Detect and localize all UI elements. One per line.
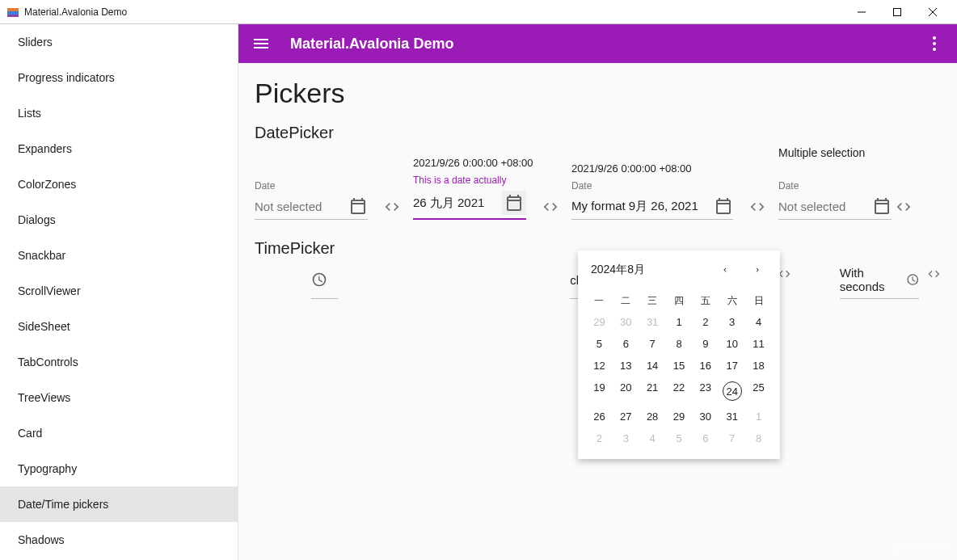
sidebar-item[interactable]: Dialogs: [0, 202, 238, 238]
sidebar[interactable]: SlidersProgress indicatorsListsExpanders…: [0, 24, 238, 560]
calendar-day[interactable]: 15: [666, 355, 693, 377]
calendar-popup: 2024年8月 一二三四五六日2930311234567891011121314…: [578, 251, 780, 459]
calendar-day[interactable]: 11: [745, 333, 772, 355]
timepicker-1[interactable]: [311, 266, 338, 299]
clock-icon: [906, 272, 919, 288]
calendar-dow: 五: [692, 291, 719, 311]
calendar-day[interactable]: 2: [586, 427, 613, 449]
minimize-button[interactable]: [844, 0, 879, 24]
datepicker-4-field[interactable]: Not selected: [778, 193, 892, 220]
calendar-day[interactable]: 6: [613, 333, 639, 355]
calendar-next-button[interactable]: [748, 260, 767, 280]
titlebar: Material.Avalonia Demo: [0, 0, 957, 24]
sidebar-item[interactable]: Sliders: [0, 24, 238, 60]
calendar-day[interactable]: 30: [692, 406, 719, 427]
calendar-day[interactable]: 1: [666, 311, 693, 333]
body: SlidersProgress indicatorsListsExpanders…: [0, 24, 957, 560]
calendar-day[interactable]: 30: [613, 311, 639, 333]
calendar-day[interactable]: 9: [692, 333, 719, 355]
calendar-day[interactable]: 29: [586, 311, 613, 333]
calendar-day[interactable]: 5: [586, 333, 613, 355]
datepicker-2-field[interactable]: 26 九月 2021: [413, 187, 526, 220]
datepicker-heading: DatePicker: [255, 124, 941, 142]
datepicker-3-label: Date: [571, 180, 733, 192]
calendar-day[interactable]: 24: [719, 377, 745, 406]
calendar-day[interactable]: 31: [639, 311, 666, 333]
calendar-dow: 二: [613, 291, 639, 311]
main: Material.Avalonia Demo Pickers DatePicke…: [238, 24, 957, 560]
window: Material.Avalonia Demo SlidersProgress i…: [0, 0, 957, 560]
calendar-day[interactable]: 29: [666, 406, 693, 427]
calendar-day[interactable]: 20: [613, 377, 639, 406]
sidebar-item[interactable]: ScrollViewer: [0, 273, 238, 309]
datepicker-4: Multiple selection Date Not selected: [778, 180, 879, 220]
datepicker-2-helper: 2021/9/26 0:00:00 +08:00: [413, 157, 533, 169]
sidebar-item[interactable]: Card: [0, 415, 238, 451]
calendar-day[interactable]: 22: [666, 377, 693, 406]
calendar-icon[interactable]: [872, 196, 892, 216]
sidebar-item[interactable]: Expanders: [0, 131, 238, 166]
sidebar-item[interactable]: Snackbar: [0, 238, 238, 273]
calendar-day[interactable]: 10: [719, 333, 745, 355]
timepicker-4-label: With seconds: [840, 266, 900, 293]
datepicker-4-label: Date: [778, 180, 879, 192]
calendar-day[interactable]: 28: [639, 406, 666, 427]
calendar-day[interactable]: 7: [719, 427, 745, 449]
calendar-dow: 六: [719, 291, 745, 311]
sidebar-item[interactable]: Lists: [0, 95, 238, 131]
calendar-day[interactable]: 26: [586, 406, 613, 427]
calendar-header: 2024年8月: [586, 260, 772, 280]
calendar-day[interactable]: 19: [586, 377, 613, 406]
calendar-day[interactable]: 21: [639, 377, 666, 406]
calendar-day[interactable]: 3: [719, 311, 745, 333]
calendar-icon[interactable]: [348, 196, 368, 216]
code-toggle-icon[interactable]: [384, 199, 400, 215]
calendar-day[interactable]: 4: [745, 311, 772, 333]
code-toggle-icon[interactable]: [542, 199, 559, 215]
calendar-day[interactable]: 1: [745, 406, 772, 427]
window-controls: [844, 0, 951, 24]
calendar-day[interactable]: 23: [692, 377, 719, 406]
calendar-prev-button[interactable]: [715, 260, 735, 280]
calendar-day[interactable]: 13: [613, 355, 639, 377]
calendar-day[interactable]: 18: [745, 355, 772, 377]
calendar-day[interactable]: 14: [639, 355, 666, 377]
sidebar-item[interactable]: SideSheet: [0, 309, 238, 344]
calendar-day[interactable]: 4: [639, 427, 666, 449]
svg-rect-1: [7, 11, 19, 15]
code-toggle-icon[interactable]: [896, 199, 912, 215]
calendar-day[interactable]: 8: [745, 427, 772, 449]
calendar-day[interactable]: 5: [666, 427, 693, 449]
sidebar-item[interactable]: TabControls: [0, 344, 238, 380]
calendar-day[interactable]: 8: [666, 333, 693, 355]
sidebar-item[interactable]: ColorZones: [0, 166, 238, 202]
calendar-icon-box[interactable]: [502, 191, 526, 215]
calendar-day[interactable]: 16: [692, 355, 719, 377]
datepicker-1: Date Not selected: [255, 180, 368, 220]
datepicker-3-field[interactable]: My format 9月 26, 2021: [571, 193, 733, 220]
calendar-day[interactable]: 17: [719, 355, 745, 377]
sidebar-item[interactable]: TreeViews: [0, 380, 238, 415]
code-toggle-icon[interactable]: [749, 199, 765, 215]
calendar-day[interactable]: 2: [692, 311, 719, 333]
calendar-day[interactable]: 3: [613, 427, 639, 449]
calendar-day[interactable]: 7: [639, 333, 666, 355]
calendar-day[interactable]: 6: [692, 427, 719, 449]
sidebar-item[interactable]: Shadows: [0, 522, 238, 558]
hamburger-icon[interactable]: [251, 34, 271, 53]
sidebar-item[interactable]: Date/Time pickers: [0, 486, 238, 522]
calendar-day[interactable]: 25: [745, 377, 772, 406]
datepicker-1-field[interactable]: Not selected: [255, 193, 368, 220]
sidebar-item[interactable]: Typography: [0, 451, 238, 486]
calendar-day[interactable]: 31: [719, 406, 745, 427]
maximize-button[interactable]: [879, 0, 915, 24]
calendar-icon[interactable]: [714, 196, 733, 216]
code-toggle-icon[interactable]: [927, 266, 941, 282]
timepicker-4[interactable]: With seconds: [840, 266, 920, 299]
close-button[interactable]: [915, 0, 951, 24]
calendar-day[interactable]: 27: [613, 406, 639, 427]
sidebar-item[interactable]: Progress indicators: [0, 60, 238, 95]
kebab-icon[interactable]: [925, 34, 944, 53]
calendar-month-label[interactable]: 2024年8月: [591, 263, 715, 277]
calendar-day[interactable]: 12: [586, 355, 613, 377]
